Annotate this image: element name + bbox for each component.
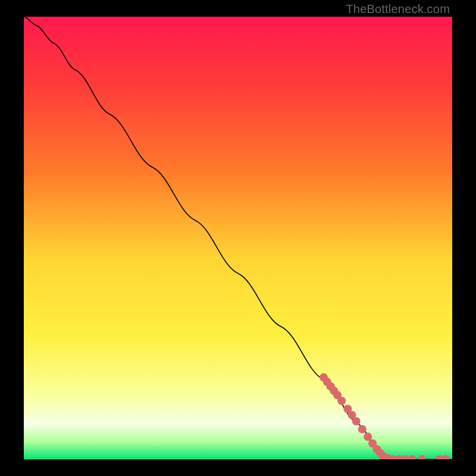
plot-area bbox=[24, 17, 452, 459]
data-point bbox=[337, 397, 346, 405]
chart-svg bbox=[24, 17, 452, 459]
data-point bbox=[352, 417, 361, 425]
chart-frame: TheBottleneck.com bbox=[0, 0, 476, 476]
attribution-label: TheBottleneck.com bbox=[346, 2, 450, 16]
chart-background bbox=[24, 17, 452, 459]
data-point bbox=[358, 425, 367, 433]
